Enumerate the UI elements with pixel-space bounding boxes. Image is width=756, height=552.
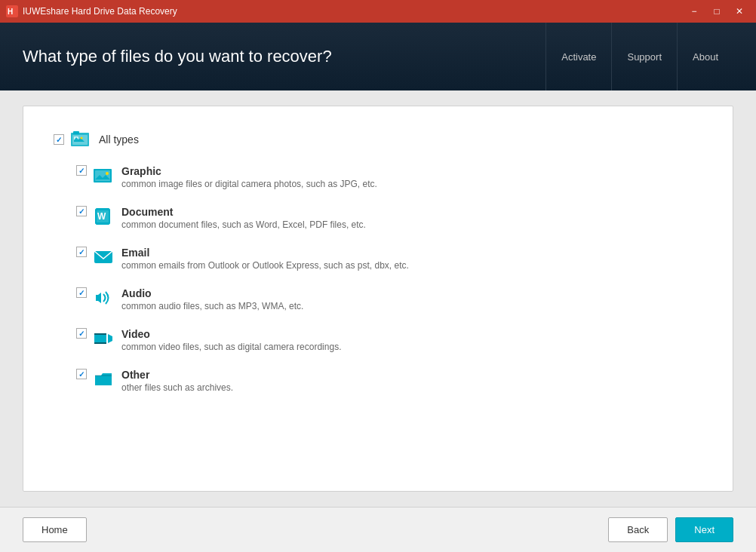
graphic-desc: common image files or digital camera pho… <box>121 179 377 189</box>
window-title: IUWEshare Hard Drive Data Recovery <box>23 6 684 17</box>
support-nav-item[interactable]: Support <box>611 23 677 90</box>
minimize-button[interactable]: − <box>684 4 705 19</box>
other-checkbox[interactable] <box>76 369 87 379</box>
graphic-name: Graphic <box>121 165 377 177</box>
footer-right: Back Next <box>608 517 733 542</box>
video-desc: common video files, such as digital came… <box>121 342 341 352</box>
footer-left: Home <box>23 517 608 542</box>
app-icon: H <box>6 5 18 17</box>
other-desc: other files such as archives. <box>121 382 233 393</box>
audio-row: Audio common audio files, such as MP3, W… <box>76 287 702 311</box>
document-desc: common document files, such as Word, Exc… <box>121 219 366 230</box>
all-types-label: All types <box>99 133 139 146</box>
file-types-list: Graphic common image files or digital ca… <box>76 165 702 393</box>
svg-rect-23 <box>94 333 106 335</box>
home-button[interactable]: Home <box>23 517 87 542</box>
back-button[interactable]: Back <box>608 517 668 542</box>
document-checkbox[interactable] <box>76 206 87 216</box>
video-checkbox[interactable] <box>76 328 87 339</box>
svg-rect-22 <box>94 333 106 344</box>
audio-info: Audio common audio files, such as MP3, W… <box>121 287 303 311</box>
other-row: Other other files such as archives. <box>76 369 702 393</box>
svg-point-11 <box>106 172 109 175</box>
video-info: Video common video files, such as digita… <box>121 328 341 352</box>
svg-text:W: W <box>97 211 106 222</box>
svg-point-7 <box>81 137 83 140</box>
video-icon <box>93 328 114 349</box>
about-nav-item[interactable]: About <box>677 23 733 90</box>
svg-marker-25 <box>108 334 112 343</box>
document-name: Document <box>121 206 366 218</box>
all-types-checkbox[interactable] <box>54 134 64 145</box>
window-controls: − □ ✕ <box>684 4 750 19</box>
audio-icon <box>93 287 114 308</box>
other-info: Other other files such as archives. <box>121 369 233 393</box>
document-icon: W W <box>93 206 114 227</box>
email-row: Email common emails from Outlook or Outl… <box>76 247 702 271</box>
graphic-icon <box>93 165 114 186</box>
page-title: What type of files do you want to recove… <box>23 47 545 66</box>
document-row: W W Document common document files, such… <box>76 206 702 230</box>
email-checkbox[interactable] <box>76 247 87 257</box>
video-row: Video common video files, such as digita… <box>76 328 702 352</box>
audio-name: Audio <box>121 287 303 299</box>
video-name: Video <box>121 328 341 340</box>
email-info: Email common emails from Outlook or Outl… <box>121 247 409 271</box>
graphic-info: Graphic common image files or digital ca… <box>121 165 377 189</box>
all-types-row: All types <box>54 129 702 150</box>
document-info: Document common document files, such as … <box>121 206 366 230</box>
svg-rect-4 <box>73 131 79 134</box>
email-icon <box>93 247 114 268</box>
all-types-icon <box>70 129 91 150</box>
header: What type of files do you want to recove… <box>0 23 756 90</box>
svg-text:H: H <box>8 8 13 16</box>
svg-rect-24 <box>94 342 106 344</box>
next-button[interactable]: Next <box>675 517 733 542</box>
other-icon <box>93 369 114 390</box>
footer: Home Back Next <box>0 507 756 552</box>
graphic-checkbox[interactable] <box>76 165 87 176</box>
main-content: All types Graphic common image files or <box>0 90 756 507</box>
other-name: Other <box>121 369 233 381</box>
file-types-card: All types Graphic common image files or <box>23 106 733 492</box>
audio-checkbox[interactable] <box>76 287 87 298</box>
email-name: Email <box>121 247 409 259</box>
title-bar: H IUWEshare Hard Drive Data Recovery − □… <box>0 0 756 23</box>
graphic-row: Graphic common image files or digital ca… <box>76 165 702 189</box>
email-desc: common emails from Outlook or Outlook Ex… <box>121 260 409 271</box>
close-button[interactable]: ✕ <box>729 4 750 19</box>
header-nav: Activate Support About <box>545 23 733 90</box>
maximize-button[interactable]: □ <box>706 4 727 19</box>
audio-desc: common audio files, such as MP3, WMA, et… <box>121 301 303 311</box>
activate-nav-item[interactable]: Activate <box>545 23 611 90</box>
